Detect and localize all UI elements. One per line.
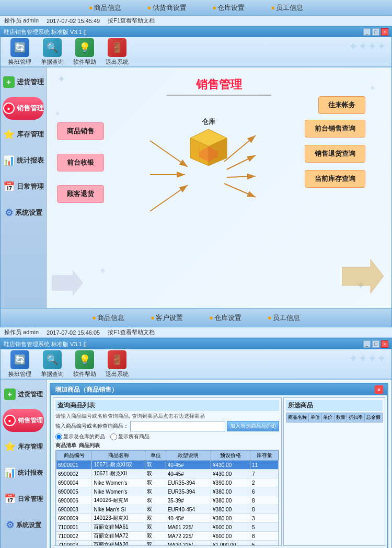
box-return[interactable]: 顾客退货 <box>57 185 104 203</box>
search-panel: 查询商品列表 请输入商品编号或名称查询商品, 查询到商品后点击右边选择商品 输入… <box>53 397 282 546</box>
svg-line-7 <box>224 184 256 197</box>
table-row[interactable]: 6900009140123-耐克XI双40-45#¥380.003 <box>56 514 279 523</box>
search-label: 输入商品编号或名称查询商品： <box>55 423 129 430</box>
toolbar-1: 🔄 换班管理 🔍 单据查询 💡 软件帮助 🚪 退出系统 ✦✦✦✦ <box>1 37 391 67</box>
bottom-nav-1: ●商品信息 ●客户设置 ●仓库设置 ●员工信息 <box>1 308 391 327</box>
sidebar-1: + 进货管理 ● 销售管理 ⭐ 库存管理 📊 统计报表 📅 日常管理 ⚙ 系统设 <box>1 67 47 308</box>
shift-mgmt-btn-2[interactable]: 🔄 换班管理 <box>6 350 34 378</box>
sidebar-item-daily-2[interactable]: 📅 日常管理 <box>3 487 44 510</box>
table-row[interactable]: 6900004Nike Women's双EUR35-394¥390.002 <box>56 478 279 487</box>
sidebar-item-settings[interactable]: ⚙ 系统设置 <box>3 201 44 224</box>
svg-line-6 <box>227 176 256 177</box>
shift-mgmt-btn[interactable]: 🔄 换班管理 <box>6 38 34 66</box>
exit-btn-2[interactable]: 🚪 退出系统 <box>103 350 131 378</box>
product-table: 商品编号 商品名称 单位 款型说明 预设价格 库存量 6900 <box>56 450 279 546</box>
sidebar-item-reports[interactable]: 📊 统计报表 <box>3 149 44 172</box>
query-btn-2[interactable]: 🔍 单据查询 <box>38 350 66 378</box>
nav-supplier[interactable]: ●供货商设置 <box>147 3 187 13</box>
sidebar-item-sales-2[interactable]: ● 销售管理 <box>3 409 44 432</box>
table-row[interactable]: 6900006140126-耐克M双35-39#¥380.008 <box>56 496 279 505</box>
dialog-area: 增加商品（商品销售） × 查询商品列表 请输入商品编号或名称查询商品, 查询到商… <box>47 380 391 548</box>
warehouse-area: 仓库 <box>188 117 229 168</box>
nav-warehouse[interactable]: ●仓库设置 <box>213 3 245 13</box>
big-arrow-decoration <box>342 259 384 295</box>
table-row[interactable]: 7100002百丽女鞋MA72双MA72 225/¥600.008 <box>56 532 279 541</box>
radio-total-warehouse[interactable]: 显示总仓库的商品 <box>55 433 105 440</box>
sidebar-item-purchase-2[interactable]: + 进货管理 <box>3 383 44 406</box>
window-2-titlebar: 鞋店销售管理系统 标准版 V3.1 [] _ □ × <box>1 339 391 349</box>
box-front-sales-query[interactable]: 前台销售查询 <box>305 120 365 138</box>
table-row[interactable]: 690000110671-耐克XII双双40-45#¥430.0011 <box>56 461 279 470</box>
add-selected-btn[interactable]: 加入所选商品品(F8) <box>227 421 279 431</box>
window-2: 鞋店销售管理系统 标准版 V3.1 [] _ □ × 🔄 换班管理 🔍 单据查询… <box>0 338 392 548</box>
search-hint: 请输入商品编号或名称查询商品, 查询到商品后点击右边选择商品 <box>55 413 279 419</box>
minimize-btn-2[interactable]: _ <box>363 340 371 348</box>
maximize-btn-1[interactable]: □ <box>372 28 379 36</box>
radio-all-products[interactable]: 显示所有商品 <box>110 433 149 440</box>
help-btn[interactable]: 💡 软件帮助 <box>71 38 99 66</box>
toolbar-2: 🔄 换班管理 🔍 单据查询 💡 软件帮助 🚪 退出系统 ✦✦✦✦ <box>1 349 391 380</box>
window-1: 鞋店销售管理系统 标准版 V3.1 [] _ □ × 🔄 换班管理 🔍 单据查询… <box>0 26 392 327</box>
nav-staff[interactable]: ●员工信息 <box>271 3 303 13</box>
maximize-btn-2[interactable]: □ <box>372 340 379 348</box>
box-accounts[interactable]: 往来帐务 <box>318 96 365 114</box>
sidebar-item-reports-2[interactable]: 📊 统计报表 <box>3 461 44 484</box>
box-cashier[interactable]: 前台收银 <box>57 154 104 172</box>
table-row[interactable]: 7100001百丽女鞋MA61双MA61 225/¥600.005 <box>56 523 279 532</box>
sidebar-item-purchase[interactable]: + 进货管理 <box>3 71 44 94</box>
svg-line-3 <box>150 185 188 211</box>
selected-panel-title: 所选商品 <box>286 400 383 411</box>
exit-btn[interactable]: 🚪 退出系统 <box>103 38 131 66</box>
close-btn-1[interactable]: × <box>381 28 388 36</box>
selected-panel: 所选商品 商品名称 单位 单价 数量 折扣率 总金额 <box>283 397 385 546</box>
sidebar-item-inventory-2[interactable]: ⭐ 库存管理 <box>3 435 44 458</box>
svg-line-1 <box>150 141 188 167</box>
table-row[interactable]: 6900005Nike Women's双EUR35-394¥380.006 <box>56 487 279 496</box>
table-row[interactable]: 6900008Nike Man's SI双EUR40-454¥380.008 <box>56 505 279 514</box>
table-row[interactable]: 7100003百丽女鞋MA20双MA20 225/¥1,000.005 <box>56 541 279 546</box>
query-btn[interactable]: 🔍 单据查询 <box>38 38 66 66</box>
bottom-nav-customer[interactable]: ●客户设置 <box>151 313 183 323</box>
window-1-btns: _ □ × <box>363 28 388 36</box>
small-arrow-decoration <box>52 270 83 298</box>
box-inventory-query[interactable]: 当前库存查询 <box>305 170 365 188</box>
window-1-titlebar: 鞋店销售管理系统 标准版 V3.1 [] _ □ × <box>1 27 391 37</box>
sidebar-2: + 进货管理 ● 销售管理 ⭐ 库存管理 📊 统计报表 📅 日常管理 ⚙ 系统设 <box>1 380 47 548</box>
main-area-1: + 进货管理 ● 销售管理 ⭐ 库存管理 📊 统计报表 📅 日常管理 ⚙ 系统设 <box>1 67 391 308</box>
add-product-dialog: 增加商品（商品销售） × 查询商品列表 请输入商品编号或名称查询商品, 查询到商… <box>50 383 388 548</box>
svg-line-5 <box>227 155 256 169</box>
main-area-2: + 进货管理 ● 销售管理 ⭐ 库存管理 📊 统计报表 📅 日常管理 ⚙ 系统设 <box>1 380 391 548</box>
sidebar-item-sales[interactable]: ● 销售管理 <box>3 97 44 120</box>
bottom-nav-product[interactable]: ●商品信息 <box>92 313 124 323</box>
svg-marker-14 <box>342 259 384 293</box>
status-bar-1: 操作员 admin 2017-07-02 15:45:49 按F1查看帮助文档 <box>0 16 392 26</box>
minimize-btn-1[interactable]: _ <box>363 28 371 36</box>
search-row: 输入商品编号或名称查询商品： 加入所选商品品(F8) <box>55 421 279 431</box>
dialog-close-btn[interactable]: × <box>375 385 383 394</box>
help-btn-2[interactable]: 💡 软件帮助 <box>71 350 99 378</box>
status-bar-between: 操作员 admin 2017-07-02 15:46:05 按F1查看帮助文档 <box>0 327 392 338</box>
top-nav-1: ●商品信息 ●供货商设置 ●仓库设置 ●员工信息 <box>0 0 392 16</box>
dialog-body: 查询商品列表 请输入商品编号或名称查询商品, 查询到商品后点击右边选择商品 输入… <box>51 395 387 548</box>
nav-product-info[interactable]: ●商品信息 <box>89 3 121 13</box>
sidebar-item-inventory[interactable]: ⭐ 库存管理 <box>3 123 44 146</box>
sidebar-item-daily[interactable]: 📅 日常管理 <box>3 175 44 198</box>
diagram-area: ✦ ✦ ✦ ✦ ✦ 销售管理 <box>47 67 391 308</box>
diagram-title: 销售管理 <box>47 77 391 93</box>
sidebar-item-settings-2[interactable]: ⚙ 系统设置 <box>3 513 44 536</box>
dialog-titlebar: 增加商品（商品销售） × <box>51 384 387 395</box>
warehouse-box-icon <box>188 127 229 168</box>
bottom-nav-staff[interactable]: ●员工信息 <box>268 313 300 323</box>
table-row[interactable]: 690000210671-耐克XII双40-45#¥430.007 <box>56 470 279 478</box>
product-table-wrapper[interactable]: 商品编号 商品名称 单位 款型说明 预设价格 库存量 6900 <box>55 450 279 546</box>
radio-row: 显示总仓库的商品 显示所有商品 <box>55 433 279 440</box>
selected-table: 商品名称 单位 单价 数量 折扣率 总金额 <box>286 413 383 423</box>
box-product-sales[interactable]: 商品销售 <box>57 122 104 140</box>
bottom-nav-warehouse[interactable]: ●仓库设置 <box>209 313 241 323</box>
product-search-input[interactable] <box>130 421 225 431</box>
svg-marker-15 <box>52 270 83 296</box>
close-btn-2[interactable]: × <box>381 340 388 348</box>
table-header-row: 商品清单 商品列表 <box>55 442 279 449</box>
box-return-query[interactable]: 销售退货查询 <box>305 145 365 163</box>
search-panel-title: 查询商品列表 <box>55 400 279 411</box>
